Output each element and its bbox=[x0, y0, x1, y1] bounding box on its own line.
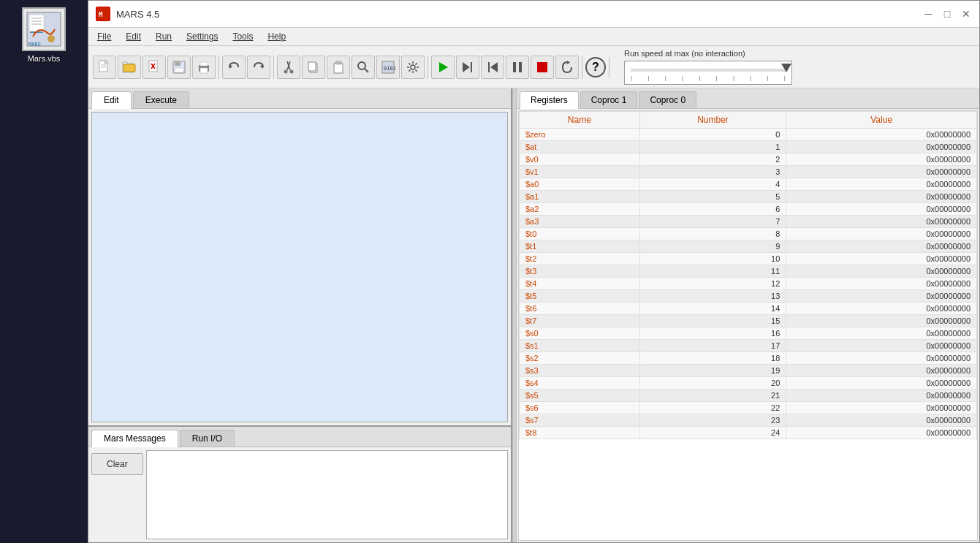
editor-area[interactable] bbox=[91, 112, 508, 422]
stop-button[interactable] bbox=[531, 56, 554, 79]
menu-help[interactable]: Help bbox=[262, 29, 292, 44]
register-value[interactable]: 0x00000000 bbox=[786, 303, 977, 315]
minimize-button[interactable]: ─ bbox=[922, 8, 934, 20]
paste-button[interactable] bbox=[327, 56, 350, 79]
find-button[interactable] bbox=[352, 56, 375, 79]
table-row[interactable]: $t190x00000000 bbox=[520, 240, 977, 253]
maximize-button[interactable]: □ bbox=[941, 8, 953, 20]
register-value[interactable]: 0x00000000 bbox=[786, 377, 977, 390]
table-row[interactable]: $a370x00000000 bbox=[520, 216, 977, 228]
register-value[interactable]: 0x00000000 bbox=[786, 265, 977, 278]
tab-mars-messages[interactable]: Mars Messages bbox=[91, 430, 178, 447]
register-value[interactable]: 0x00000000 bbox=[786, 178, 977, 191]
new-button[interactable] bbox=[93, 56, 116, 79]
table-row[interactable]: $t5130x00000000 bbox=[520, 290, 977, 303]
table-row[interactable]: $t3110x00000000 bbox=[520, 265, 977, 278]
step-forward-button[interactable] bbox=[456, 56, 479, 79]
table-row[interactable]: $zero00x00000000 bbox=[520, 129, 977, 141]
table-row[interactable]: $s5210x00000000 bbox=[520, 390, 977, 402]
menu-edit[interactable]: Edit bbox=[120, 29, 147, 44]
table-row[interactable]: $t080x00000000 bbox=[520, 228, 977, 240]
table-row[interactable]: $a040x00000000 bbox=[520, 178, 977, 191]
register-name: $v1 bbox=[520, 166, 640, 178]
register-value[interactable]: 0x00000000 bbox=[786, 253, 977, 265]
register-value[interactable]: 0x00000000 bbox=[786, 153, 977, 166]
register-name: $a0 bbox=[520, 178, 640, 191]
register-value[interactable]: 0x00000000 bbox=[786, 191, 977, 203]
menu-bar: File Edit Run Settings Tools Help bbox=[88, 28, 979, 46]
register-value[interactable]: 0x00000000 bbox=[786, 315, 977, 327]
svg-text:MARS: MARS bbox=[29, 42, 41, 48]
register-value[interactable]: 0x00000000 bbox=[786, 216, 977, 228]
dump-button[interactable]: 0101 bbox=[376, 56, 400, 79]
register-value[interactable]: 0x00000000 bbox=[786, 340, 977, 352]
mars-app-icon[interactable]: MARS bbox=[22, 7, 66, 51]
step-back-button[interactable] bbox=[481, 56, 504, 79]
table-row[interactable]: $s6220x00000000 bbox=[520, 402, 977, 414]
register-table-container[interactable]: Name Number Value $zero00x00000000$at10x… bbox=[518, 110, 978, 541]
table-row[interactable]: $at10x00000000 bbox=[520, 141, 977, 153]
register-value[interactable]: 0x00000000 bbox=[786, 402, 977, 414]
table-row[interactable]: $s7230x00000000 bbox=[520, 414, 977, 427]
pause-button[interactable] bbox=[506, 56, 529, 79]
print-button[interactable] bbox=[192, 56, 216, 79]
table-row[interactable]: $s2180x00000000 bbox=[520, 352, 977, 365]
table-row[interactable]: $s3190x00000000 bbox=[520, 365, 977, 377]
table-row[interactable]: $v020x00000000 bbox=[520, 153, 977, 166]
register-value[interactable]: 0x00000000 bbox=[786, 327, 977, 340]
undo-button[interactable] bbox=[222, 56, 246, 79]
help-button[interactable]: ? bbox=[585, 57, 606, 77]
table-row[interactable]: $t6140x00000000 bbox=[520, 303, 977, 315]
table-row[interactable]: $s0160x00000000 bbox=[520, 327, 977, 340]
tab-execute[interactable]: Execute bbox=[133, 91, 189, 108]
table-row[interactable]: $a260x00000000 bbox=[520, 203, 977, 216]
register-number: 6 bbox=[639, 203, 786, 216]
tab-run-io[interactable]: Run I/O bbox=[180, 430, 235, 447]
menu-settings[interactable]: Settings bbox=[181, 29, 224, 44]
register-value[interactable]: 0x00000000 bbox=[786, 240, 977, 253]
register-value[interactable]: 0x00000000 bbox=[786, 290, 977, 303]
table-row[interactable]: $t7150x00000000 bbox=[520, 315, 977, 327]
svg-line-36 bbox=[365, 69, 368, 72]
menu-run[interactable]: Run bbox=[150, 29, 178, 44]
table-row[interactable]: $s1170x00000000 bbox=[520, 340, 977, 352]
register-value[interactable]: 0x00000000 bbox=[786, 203, 977, 216]
copy-button[interactable] bbox=[302, 56, 325, 79]
table-row[interactable]: $t8240x00000000 bbox=[520, 427, 977, 439]
table-row[interactable]: $a150x00000000 bbox=[520, 191, 977, 203]
register-value[interactable]: 0x00000000 bbox=[786, 365, 977, 377]
cut-button[interactable] bbox=[277, 56, 300, 79]
table-row[interactable]: $t2100x00000000 bbox=[520, 253, 977, 265]
tab-edit[interactable]: Edit bbox=[91, 91, 132, 109]
reset-button[interactable] bbox=[555, 56, 579, 79]
register-value[interactable]: 0x00000000 bbox=[786, 129, 977, 141]
message-area[interactable] bbox=[146, 450, 508, 539]
menu-file[interactable]: File bbox=[91, 29, 117, 44]
table-row[interactable]: $t4120x00000000 bbox=[520, 278, 977, 290]
close-file-button[interactable] bbox=[143, 56, 166, 79]
table-row[interactable]: $s4200x00000000 bbox=[520, 377, 977, 390]
save-button[interactable] bbox=[167, 56, 191, 79]
register-number: 1 bbox=[639, 141, 786, 153]
tab-registers[interactable]: Registers bbox=[520, 91, 579, 109]
redo-button[interactable] bbox=[247, 56, 270, 79]
table-row[interactable]: $v130x00000000 bbox=[520, 166, 977, 178]
register-value[interactable]: 0x00000000 bbox=[786, 414, 977, 427]
tab-coproc1[interactable]: Coproc 1 bbox=[580, 91, 638, 108]
register-value[interactable]: 0x00000000 bbox=[786, 427, 977, 439]
tab-coproc0[interactable]: Coproc 0 bbox=[639, 91, 696, 108]
open-button[interactable] bbox=[118, 56, 141, 79]
settings-button[interactable] bbox=[401, 56, 425, 79]
clear-button[interactable]: Clear bbox=[91, 453, 143, 475]
svg-marker-43 bbox=[490, 62, 498, 72]
register-value[interactable]: 0x00000000 bbox=[786, 141, 977, 153]
close-button[interactable]: ✕ bbox=[960, 8, 972, 20]
register-value[interactable]: 0x00000000 bbox=[786, 228, 977, 240]
register-value[interactable]: 0x00000000 bbox=[786, 390, 977, 402]
assemble-run-button[interactable] bbox=[431, 56, 455, 79]
register-value[interactable]: 0x00000000 bbox=[786, 166, 977, 178]
register-tab-bar: Registers Coproc 1 Coproc 0 bbox=[517, 88, 979, 109]
menu-tools[interactable]: Tools bbox=[227, 29, 259, 44]
register-value[interactable]: 0x00000000 bbox=[786, 278, 977, 290]
register-value[interactable]: 0x00000000 bbox=[786, 352, 977, 365]
